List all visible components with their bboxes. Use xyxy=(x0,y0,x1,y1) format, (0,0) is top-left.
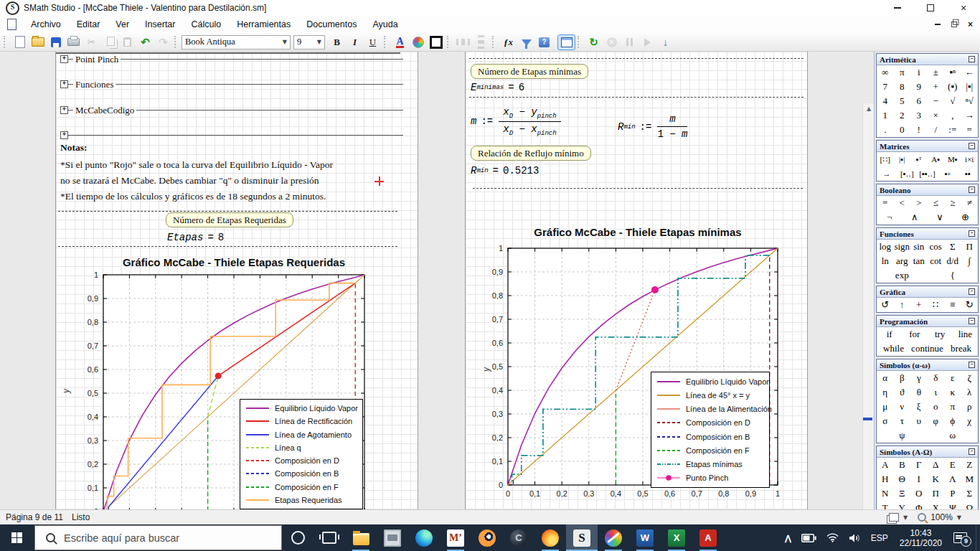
menu-documentos[interactable]: Documentos xyxy=(298,16,364,33)
palette-item[interactable]: ω xyxy=(928,430,979,441)
palette-item[interactable]: ψ xyxy=(877,430,928,441)
palette-item[interactable]: Χ xyxy=(928,502,945,509)
palette-item[interactable]: 8 xyxy=(894,81,911,93)
palette-item[interactable]: ! xyxy=(910,124,928,136)
palette-item[interactable]: ≤ xyxy=(928,197,945,209)
notes-title[interactable]: Notas: xyxy=(60,142,88,154)
palette-item[interactable]: γ xyxy=(910,372,928,384)
collapse-icon[interactable] xyxy=(969,230,975,237)
taskbar-app-krita[interactable] xyxy=(598,524,629,551)
save-button[interactable] xyxy=(47,34,65,50)
palette-item[interactable]: sign xyxy=(894,241,911,253)
collapsed-section-mccabecodigo[interactable]: McCabeCodigo xyxy=(60,105,403,115)
zoom-level[interactable]: 100% xyxy=(930,512,953,522)
palette-item[interactable]: Ο xyxy=(910,488,928,499)
palette-item[interactable]: := xyxy=(944,124,961,136)
panel-header[interactable]: Matrices xyxy=(877,141,978,152)
print-button[interactable] xyxy=(65,34,83,50)
palette-item[interactable]: > xyxy=(910,197,928,209)
palette-item[interactable]: υ xyxy=(910,415,928,427)
palette-item[interactable]: exp xyxy=(877,270,928,281)
side-panel-toggle-button[interactable] xyxy=(557,34,575,50)
palette-item[interactable]: log xyxy=(877,241,894,253)
rmin-formula[interactable]: Rmín := m 1 − m xyxy=(618,113,689,140)
expand-icon[interactable] xyxy=(60,106,68,114)
palette-item[interactable]: α xyxy=(877,372,894,384)
palette-item[interactable]: |▪| xyxy=(961,81,979,93)
wifi-icon[interactable] xyxy=(821,524,844,551)
emin-result[interactable]: Emínimas = 6 xyxy=(471,82,524,93)
speaker-icon[interactable] xyxy=(844,524,866,551)
collapse-icon[interactable] xyxy=(969,362,975,368)
palette-item[interactable]: 6 xyxy=(910,95,928,107)
palette-item[interactable]: i xyxy=(910,67,928,78)
palette-item[interactable]: sin xyxy=(910,241,928,253)
palette-item[interactable]: ± xyxy=(928,67,945,78)
palette-item[interactable]: Ρ xyxy=(944,488,961,499)
palette-item[interactable]: 2 xyxy=(894,110,911,121)
palette-item[interactable]: Ε xyxy=(944,459,961,471)
panel-header[interactable]: Gráfica xyxy=(877,286,978,298)
collapse-icon[interactable] xyxy=(969,288,975,295)
taskbar-app-explorer[interactable] xyxy=(345,524,377,551)
panel-header[interactable]: Funciones xyxy=(877,228,978,240)
collapse-icon[interactable] xyxy=(969,318,975,324)
palette-item[interactable]: ▪ᵀ xyxy=(910,155,928,164)
panel-header[interactable]: Aritmética xyxy=(877,54,978,65)
step-button[interactable]: ↓ xyxy=(656,34,674,50)
palette-item[interactable]: τ xyxy=(894,415,911,427)
palette-item[interactable]: κ xyxy=(944,387,961,398)
palette-item[interactable]: cos xyxy=(928,241,945,253)
worksheet-page-left[interactable]: Point PinchFuncionesMcCabeCodigo Notas: … xyxy=(55,52,418,509)
worksheet-page-right[interactable]: Número de Etapas mínimas Emínimas = 6 m … xyxy=(465,52,808,509)
align-horizontal-button[interactable] xyxy=(454,34,472,50)
palette-item[interactable]: ∧ xyxy=(902,212,927,223)
taskbar-app-excel[interactable]: X xyxy=(661,524,692,551)
stop-button[interactable]: ✕ xyxy=(603,34,621,50)
etapas-result[interactable]: Etapas = 8 xyxy=(167,232,224,243)
palette-item[interactable]: Ψ xyxy=(944,502,961,509)
palette-item[interactable]: . xyxy=(877,124,894,136)
palette-item[interactable]: ∷ xyxy=(928,299,945,311)
palette-item[interactable]: ξ xyxy=(910,401,928,413)
palette-item[interactable]: ι xyxy=(928,387,945,398)
palette-item[interactable]: i×i xyxy=(961,155,979,164)
minimize-button[interactable] xyxy=(881,0,914,16)
action-center-button[interactable]: 9 xyxy=(948,524,976,551)
panel-header[interactable]: Booleano xyxy=(877,184,978,196)
palette-item[interactable]: ϕ xyxy=(944,415,961,427)
palette-item[interactable]: Μ xyxy=(961,474,979,485)
menu-insertar[interactable]: Insertar xyxy=(137,16,183,33)
palette-item[interactable]: Α xyxy=(877,459,894,471)
palette-item[interactable]: Κ xyxy=(928,474,945,485)
stage-label-box[interactable]: Número de Etapas Requeridas xyxy=(166,212,293,227)
menu-herramientas[interactable]: Herramientas xyxy=(229,16,298,33)
taskbar-search-box[interactable]: Escribe aquí para buscar xyxy=(34,525,282,550)
collapse-icon[interactable] xyxy=(969,448,975,455)
palette-item[interactable]: Ξ xyxy=(894,488,911,499)
palette-item[interactable]: = xyxy=(877,197,894,209)
palette-item[interactable]: ↑ xyxy=(894,299,911,311)
palette-item[interactable]: ↻ xyxy=(961,299,979,311)
collapse-icon[interactable] xyxy=(969,187,975,193)
palette-item[interactable]: [▪▪‥] xyxy=(917,169,937,179)
language-indicator[interactable]: ESP xyxy=(866,524,893,551)
menu-ver[interactable]: Ver xyxy=(108,16,137,33)
palette-item[interactable]: if xyxy=(877,329,902,340)
collapsed-section-empty[interactable] xyxy=(60,131,403,140)
palette-item[interactable]: → xyxy=(877,169,897,178)
palette-item[interactable]: → xyxy=(961,110,979,121)
taskbar-app-edge[interactable] xyxy=(408,524,440,551)
palette-item[interactable]: A▪ xyxy=(928,155,945,164)
slope-formula[interactable]: m := xD − ypinch xD − xpinch xyxy=(471,106,562,137)
page-layout-icon[interactable] xyxy=(889,513,899,522)
palette-item[interactable]: 3 xyxy=(910,110,928,121)
start-button[interactable] xyxy=(0,524,34,551)
recalculate-button[interactable]: ↻ xyxy=(585,34,603,50)
doc-close-icon[interactable]: × xyxy=(968,20,973,29)
palette-item[interactable]: tan xyxy=(910,255,928,267)
palette-item[interactable]: ∨ xyxy=(928,212,953,223)
underline-button[interactable]: U xyxy=(364,34,382,50)
menu-cálculo[interactable]: Cálculo xyxy=(184,16,230,33)
palette-item[interactable]: , xyxy=(944,110,961,121)
